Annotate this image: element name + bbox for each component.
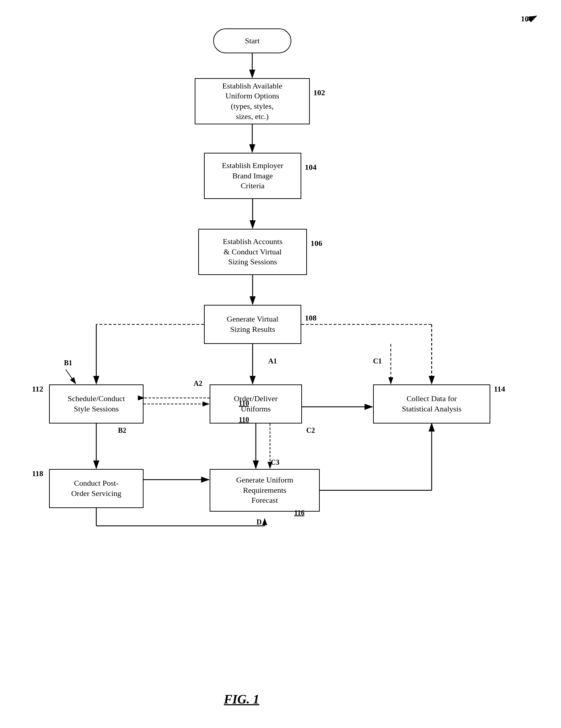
box-110: Order/DeliverUniforms <box>210 384 302 424</box>
box-116: Generate UniformRequirementsForecast <box>210 469 320 512</box>
ref-114: 114 <box>494 384 505 394</box>
label-C3: C3 <box>271 458 279 467</box>
label-A1: A1 <box>268 357 277 365</box>
ref-112: 112 <box>32 384 43 394</box>
box-102: Establish AvailableUniform Options(types… <box>195 78 310 124</box>
box-118: Conduct Post-Order Servicing <box>49 469 144 508</box>
svg-line-9 <box>66 370 76 384</box>
label-D: D <box>257 518 261 526</box>
label-C2: C2 <box>306 426 315 435</box>
label-B2: B2 <box>118 426 126 435</box>
ref-106: 106 <box>311 239 322 248</box>
label-B1: B1 <box>64 359 72 367</box>
ref-102: 102 <box>313 88 325 97</box>
start-box: Start <box>213 28 291 53</box>
box-114: Collect Data forStatistical Analysis <box>373 384 490 424</box>
ref-110-underline: 110 <box>239 416 249 424</box>
label-A2: A2 <box>194 379 202 388</box>
ref-110: 110 <box>239 399 249 408</box>
ref-116-underline: 116 <box>294 509 304 517</box>
box-104: Establish EmployerBrand ImageCriteria <box>204 153 301 199</box>
fig-label: FIG. 1 <box>224 692 259 707</box>
box-108: Generate VirtualSizing Results <box>204 305 301 344</box>
box-112: Schedule/ConductStyle Sessions <box>49 384 144 424</box>
ref-100: 100 <box>521 14 533 23</box>
label-C1: C1 <box>373 357 382 365</box>
ref-108: 108 <box>305 313 317 323</box>
ref-104: 104 <box>305 163 317 172</box>
diagram-container: 100 Start Establish AvailableUniform Opt… <box>0 0 561 728</box>
ref-118: 118 <box>32 469 43 478</box>
box-106: Establish Accounts& Conduct VirtualSizin… <box>198 229 307 275</box>
